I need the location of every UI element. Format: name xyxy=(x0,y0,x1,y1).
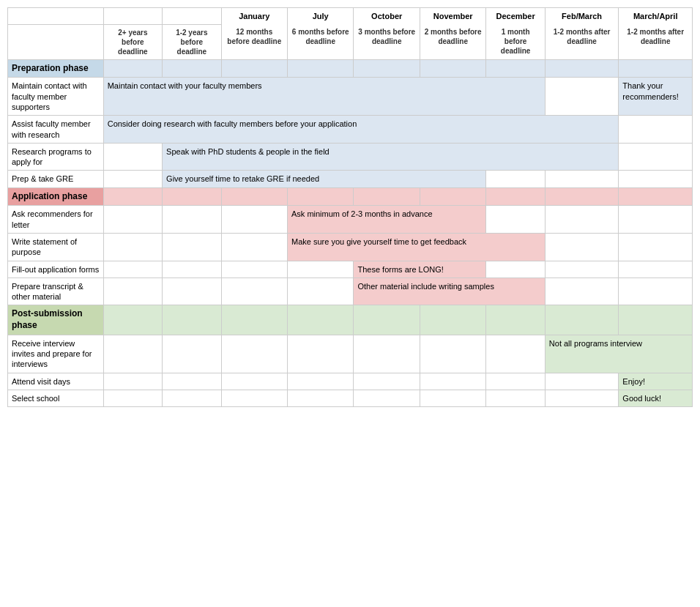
prep-gre-label: Prep & take GRE xyxy=(8,171,104,187)
prep-phase-c1 xyxy=(103,59,162,78)
app-phase-c6 xyxy=(420,187,485,206)
receive-invites-row: Receive interview invites and prepare fo… xyxy=(8,335,693,373)
ask-recommenders-row: Ask recommenders for letter Ask minimum … xyxy=(8,206,693,234)
prepare-transcript-empty1 xyxy=(103,278,162,305)
subheader-col6: 2 months before deadline xyxy=(420,24,485,59)
attend-visit-empty8 xyxy=(545,373,619,390)
fillout-forms-empty2 xyxy=(163,261,221,278)
select-school-empty7 xyxy=(486,390,545,406)
prepare-transcript-empty3 xyxy=(221,278,287,305)
application-phase-label: Application phase xyxy=(8,187,104,206)
empty-col2 xyxy=(163,8,221,25)
ask-recommenders-empty4 xyxy=(486,206,545,234)
maintain-contact-row: Maintain contact with faculty member sup… xyxy=(8,78,693,116)
app-phase-c3 xyxy=(221,187,287,206)
receive-invites-empty7 xyxy=(486,335,545,373)
assist-faculty-label: Assist faculty member with research xyxy=(8,116,104,144)
receive-invites-empty2 xyxy=(163,335,221,373)
receive-invites-empty6 xyxy=(420,335,485,373)
prepare-transcript-content: Other material include writing samples xyxy=(354,278,545,305)
ask-recommenders-empty5 xyxy=(545,206,619,234)
select-school-empty2 xyxy=(163,390,221,406)
research-programs-empty1 xyxy=(103,143,162,171)
fillout-forms-content: These forms are LONG! xyxy=(354,261,486,278)
subheader-col4: 6 months before deadline xyxy=(288,24,354,59)
select-school-empty1 xyxy=(103,390,162,406)
post-phase-c2 xyxy=(163,305,221,335)
post-phase-c8 xyxy=(545,305,619,335)
month-july: July xyxy=(288,8,354,25)
preparation-phase-row: Preparation phase xyxy=(8,59,693,78)
prepare-transcript-empty5 xyxy=(545,278,619,305)
month-november: November xyxy=(420,8,485,25)
prep-gre-row: Prep & take GRE Give yourself time to re… xyxy=(8,171,693,187)
subheader-col9: 1-2 months after deadline xyxy=(619,24,693,59)
fillout-forms-label: Fill-out application forms xyxy=(8,261,104,278)
subheader-col8: 1-2 months after deadline xyxy=(545,24,619,59)
write-statement-empty1 xyxy=(103,233,162,261)
attend-visit-row: Attend visit days Enjoy! xyxy=(8,373,693,390)
select-school-content: Good luck! xyxy=(619,390,693,406)
select-school-empty8 xyxy=(545,390,619,406)
ask-recommenders-empty1 xyxy=(103,206,162,234)
write-statement-empty3 xyxy=(221,233,287,261)
post-phase-c9 xyxy=(619,305,693,335)
research-programs-content: Speak with PhD students & people in the … xyxy=(163,143,619,171)
app-phase-c7 xyxy=(486,187,545,206)
prep-gre-empty2 xyxy=(486,171,545,187)
assist-faculty-content: Consider doing research with faculty mem… xyxy=(103,116,619,144)
select-school-label: Select school xyxy=(8,390,104,406)
prep-gre-empty4 xyxy=(619,171,693,187)
subheader-row: 2+ years before deadline 1-2 years befor… xyxy=(8,24,693,59)
prep-phase-c5 xyxy=(354,59,420,78)
fillout-forms-empty5 xyxy=(486,261,545,278)
assist-faculty-empty xyxy=(619,116,693,144)
app-phase-c1 xyxy=(103,187,162,206)
attend-visit-empty5 xyxy=(354,373,420,390)
attend-visit-content: Enjoy! xyxy=(619,373,693,390)
month-febmarch: Feb/March xyxy=(545,8,619,25)
select-school-empty5 xyxy=(354,390,420,406)
write-statement-row: Write statement of purpose Make sure you… xyxy=(8,233,693,261)
prepare-transcript-empty6 xyxy=(619,278,693,305)
prep-phase-c6 xyxy=(420,59,485,78)
prep-phase-c7 xyxy=(486,59,545,78)
empty-col1 xyxy=(103,8,162,25)
receive-invites-empty1 xyxy=(103,335,162,373)
empty-header xyxy=(8,8,104,25)
prepare-transcript-empty2 xyxy=(163,278,221,305)
subheader-col3: 12 months before deadline xyxy=(221,24,287,59)
maintain-contact-empty xyxy=(545,78,619,116)
postsubmission-phase-row: Post-submission phase xyxy=(8,305,693,335)
month-header-row: January July October November December F… xyxy=(8,8,693,25)
prepare-transcript-empty4 xyxy=(288,278,354,305)
app-phase-c2 xyxy=(163,187,221,206)
post-phase-c1 xyxy=(103,305,162,335)
month-december: December xyxy=(486,8,545,25)
prepare-transcript-label: Prepare transcript & other material xyxy=(8,278,104,305)
maintain-contact-end: Thank your recommenders! xyxy=(619,78,693,116)
prep-gre-empty3 xyxy=(545,171,619,187)
prep-phase-c3 xyxy=(221,59,287,78)
app-phase-c9 xyxy=(619,187,693,206)
attend-visit-empty6 xyxy=(420,373,485,390)
post-phase-c6 xyxy=(420,305,485,335)
subheader-col7: 1 month before deadline xyxy=(486,24,545,59)
receive-invites-content: Not all programs interview xyxy=(545,335,692,373)
select-school-empty3 xyxy=(221,390,287,406)
write-statement-empty4 xyxy=(545,233,619,261)
receive-invites-empty5 xyxy=(354,335,420,373)
select-school-empty4 xyxy=(288,390,354,406)
fillout-forms-empty7 xyxy=(619,261,693,278)
fillout-forms-empty4 xyxy=(288,261,354,278)
receive-invites-empty4 xyxy=(288,335,354,373)
fillout-forms-empty1 xyxy=(103,261,162,278)
fillout-forms-empty6 xyxy=(545,261,619,278)
month-marchapril: March/April xyxy=(619,8,693,25)
select-school-row: Select school Good luck! xyxy=(8,390,693,406)
post-phase-c7 xyxy=(486,305,545,335)
attend-visit-empty7 xyxy=(486,373,545,390)
prep-phase-c2 xyxy=(163,59,221,78)
fillout-forms-empty3 xyxy=(221,261,287,278)
maintain-contact-content: Maintain contact with your faculty membe… xyxy=(103,78,545,116)
